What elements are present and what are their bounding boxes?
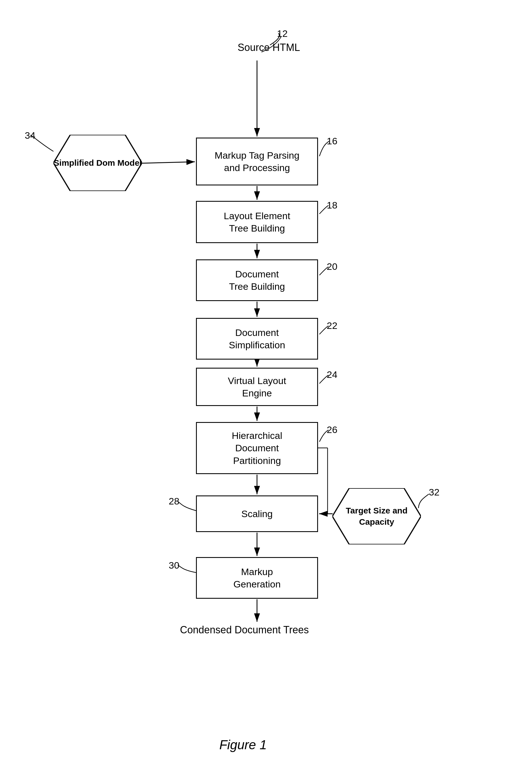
simplified-dom-hexagon: Simplified Dom Model <box>53 135 142 191</box>
ref-34: 34 <box>25 130 35 141</box>
layout-element-box: Layout Element Tree Building <box>196 201 318 243</box>
source-html-label: Source HTML <box>238 42 300 53</box>
simplified-dom-text: Simplified Dom Model <box>54 157 142 169</box>
ref-18: 18 <box>327 200 337 211</box>
ref-26: 26 <box>327 424 337 435</box>
ref-20: 20 <box>327 261 337 272</box>
target-size-text: Target Size and Capacity <box>332 505 421 528</box>
markup-tag-box: Markup Tag Parsing and Processing <box>196 138 318 185</box>
document-simplification-box: Document Simplification <box>196 318 318 359</box>
figure-caption: Figure 1 <box>219 737 267 752</box>
ref-32: 32 <box>429 487 439 498</box>
ref-22: 22 <box>327 320 337 331</box>
markup-gen-box: Markup Generation <box>196 557 318 599</box>
hierarchical-box: Hierarchical Document Partitioning <box>196 422 318 474</box>
diagram-container: Source HTML Markup Tag Parsing and Proce… <box>0 0 532 774</box>
svg-line-10 <box>142 162 195 163</box>
scaling-box: Scaling <box>196 496 318 532</box>
condensed-label: Condensed Document Trees <box>180 624 309 636</box>
ref-24: 24 <box>327 369 337 380</box>
virtual-layout-box: Virtual Layout Engine <box>196 368 318 406</box>
document-tree-box: Document Tree Building <box>196 259 318 301</box>
ref-12: 12 <box>277 28 288 39</box>
ref-16: 16 <box>327 136 337 147</box>
ref-30: 30 <box>169 560 179 571</box>
target-size-hexagon: Target Size and Capacity <box>332 488 421 545</box>
ref-28: 28 <box>169 496 179 507</box>
